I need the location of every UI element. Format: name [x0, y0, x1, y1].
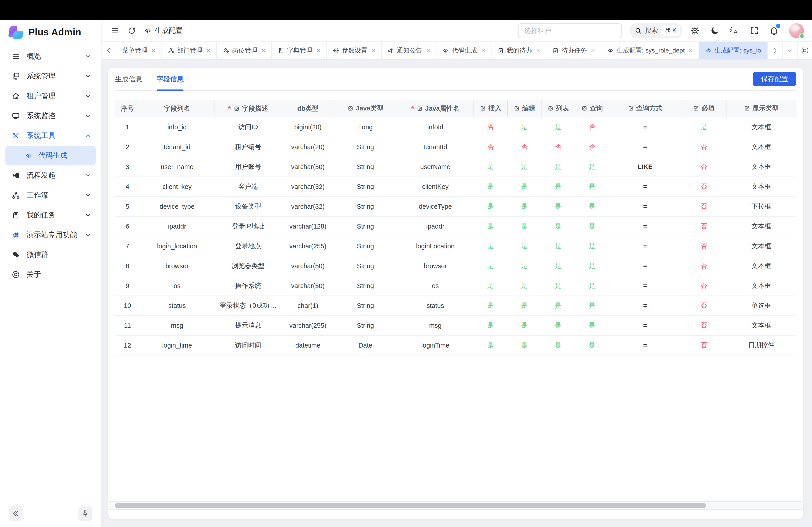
- cell-required[interactable]: 是: [681, 117, 726, 137]
- cell-display[interactable]: 文本框: [726, 177, 796, 197]
- cell-query[interactable]: 是: [575, 276, 609, 296]
- cell-list[interactable]: 是: [541, 256, 575, 276]
- sidebar-item[interactable]: 微信群: [0, 245, 101, 265]
- cell-java_prop[interactable]: clientKey: [397, 177, 474, 197]
- cell-required[interactable]: 否: [681, 276, 726, 296]
- close-icon[interactable]: ×: [317, 47, 320, 54]
- cell-edit[interactable]: 否: [508, 137, 541, 157]
- cell-display[interactable]: 单选框: [726, 296, 796, 316]
- cell-desc[interactable]: 租户编号: [214, 137, 282, 157]
- cell-query[interactable]: 否: [575, 117, 609, 137]
- open-tab[interactable]: 参数设置×: [327, 42, 382, 59]
- cell-java_prop[interactable]: deviceType: [397, 197, 474, 216]
- cell-query_mode[interactable]: LIKE: [609, 157, 681, 177]
- tab-generate-info[interactable]: 生成信息: [115, 68, 142, 90]
- cell-insert[interactable]: 否: [474, 137, 508, 157]
- cell-desc[interactable]: 操作系统: [214, 276, 282, 296]
- cell-desc[interactable]: 登录状态（0成功 ...: [214, 296, 282, 316]
- column-header-query_mode[interactable]: 查询方式: [609, 100, 681, 117]
- save-config-button[interactable]: 保存配置: [753, 72, 796, 86]
- cell-insert[interactable]: 是: [474, 236, 508, 256]
- cell-insert[interactable]: 否: [474, 117, 508, 137]
- tabs-dropdown-button[interactable]: [782, 42, 797, 59]
- cell-display[interactable]: 文本框: [726, 157, 796, 177]
- cell-query[interactable]: 否: [575, 137, 609, 157]
- cell-insert[interactable]: 是: [474, 316, 508, 335]
- close-icon[interactable]: ×: [481, 47, 485, 54]
- close-icon[interactable]: ×: [591, 47, 595, 54]
- cell-java_type[interactable]: String: [334, 137, 397, 157]
- cell-insert[interactable]: 是: [474, 296, 508, 316]
- open-tab[interactable]: 字典管理×: [272, 42, 327, 59]
- sidebar-item[interactable]: 演示站专用功能: [0, 225, 101, 245]
- cell-display[interactable]: 文本框: [726, 236, 796, 256]
- cell-desc[interactable]: 访问ID: [214, 117, 282, 137]
- close-icon[interactable]: ×: [536, 47, 540, 54]
- cell-java_prop[interactable]: ipaddr: [397, 216, 474, 236]
- column-header-display[interactable]: 显示类型: [726, 100, 796, 117]
- tabs-scroll-left-button[interactable]: [102, 42, 116, 59]
- cell-edit[interactable]: 是: [508, 296, 541, 316]
- cell-desc[interactable]: 客户端: [214, 177, 282, 197]
- open-tab[interactable]: 生成配置: sys_role_dept×: [601, 42, 699, 59]
- cell-java_type[interactable]: String: [334, 256, 397, 276]
- cell-query[interactable]: 是: [575, 157, 609, 177]
- cell-list[interactable]: 是: [541, 276, 575, 296]
- column-header-required[interactable]: 必填: [681, 100, 726, 117]
- column-header-java_type[interactable]: Java类型: [334, 100, 397, 117]
- cell-query[interactable]: 是: [575, 316, 609, 335]
- tenant-select-input[interactable]: [518, 23, 622, 38]
- cell-edit[interactable]: 是: [508, 276, 541, 296]
- close-icon[interactable]: ×: [151, 47, 156, 54]
- sidebar-item[interactable]: 工作流: [0, 185, 101, 205]
- cell-list[interactable]: 是: [541, 296, 575, 316]
- sidebar-item[interactable]: 租户管理: [0, 86, 101, 106]
- cell-display[interactable]: 文本框: [726, 316, 796, 335]
- user-avatar[interactable]: [789, 23, 804, 38]
- cell-edit[interactable]: 是: [508, 335, 541, 355]
- cell-java_type[interactable]: String: [334, 296, 397, 316]
- cell-display[interactable]: 下拉框: [726, 197, 796, 216]
- cell-edit[interactable]: 是: [508, 316, 541, 335]
- cell-required[interactable]: 否: [681, 296, 726, 316]
- cell-java_prop[interactable]: userName: [397, 157, 474, 177]
- cell-java_prop[interactable]: browser: [397, 256, 474, 276]
- sidebar-pin-button[interactable]: [78, 506, 92, 521]
- open-tab[interactable]: 部门管理×: [162, 42, 217, 59]
- open-tab[interactable]: 菜单管理×: [116, 42, 162, 59]
- cell-edit[interactable]: 是: [508, 256, 541, 276]
- close-icon[interactable]: ×: [689, 47, 693, 54]
- cell-java_prop[interactable]: os: [397, 276, 474, 296]
- open-tab[interactable]: 代码生成×: [436, 42, 492, 59]
- cell-java_prop[interactable]: loginLocation: [397, 236, 474, 256]
- cell-query_mode[interactable]: =: [609, 236, 681, 256]
- cell-insert[interactable]: 是: [474, 276, 508, 296]
- cell-java_type[interactable]: String: [334, 276, 397, 296]
- horizontal-scrollbar-track[interactable]: [109, 501, 802, 510]
- cell-query_mode[interactable]: =: [609, 316, 681, 335]
- sidebar-collapse-button[interactable]: [9, 506, 23, 521]
- cell-java_type[interactable]: String: [334, 316, 397, 335]
- content-fullscreen-button[interactable]: [797, 42, 812, 59]
- cell-edit[interactable]: 是: [508, 216, 541, 236]
- sidebar-item[interactable]: 系统管理: [0, 66, 101, 86]
- cell-list[interactable]: 是: [541, 316, 575, 335]
- cell-query_mode[interactable]: =: [609, 117, 681, 137]
- cell-edit[interactable]: 是: [508, 197, 541, 216]
- cell-list[interactable]: 是: [541, 335, 575, 355]
- cell-display[interactable]: 文本框: [726, 117, 796, 137]
- cell-required[interactable]: 否: [681, 316, 726, 335]
- cell-list[interactable]: 是: [541, 157, 575, 177]
- cell-java_prop[interactable]: status: [397, 296, 474, 316]
- cell-java_prop[interactable]: tenantId: [397, 137, 474, 157]
- cell-java_type[interactable]: String: [334, 177, 397, 197]
- cell-required[interactable]: 否: [681, 216, 726, 236]
- cell-edit[interactable]: 是: [508, 177, 541, 197]
- cell-java_type[interactable]: String: [334, 197, 397, 216]
- cell-query_mode[interactable]: =: [609, 256, 681, 276]
- cell-required[interactable]: 否: [681, 177, 726, 197]
- sidebar-item[interactable]: 我的任务: [0, 205, 101, 225]
- cell-edit[interactable]: 是: [508, 157, 541, 177]
- column-header-edit[interactable]: 编辑: [508, 100, 541, 117]
- cell-desc[interactable]: 用户账号: [214, 157, 282, 177]
